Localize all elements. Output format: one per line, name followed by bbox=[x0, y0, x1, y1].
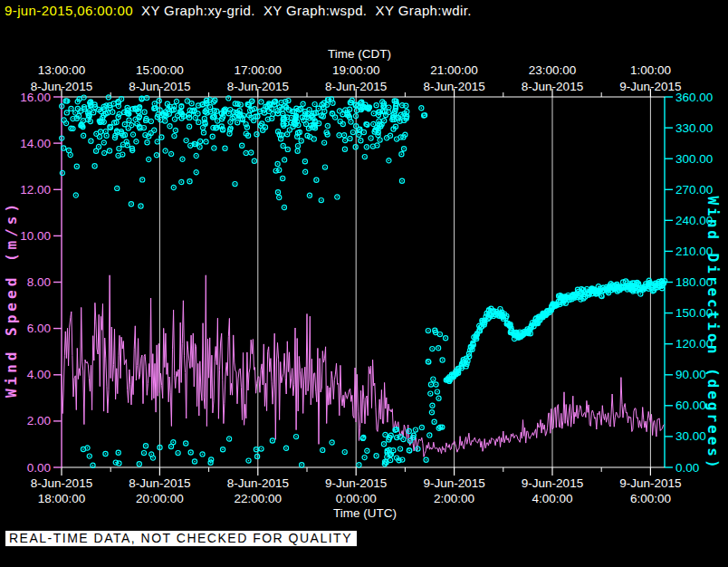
right-tick-label: 360.00 bbox=[675, 91, 713, 104]
bottom-tick-time: 2:00:00 bbox=[434, 492, 474, 505]
top-tick-time: 1:00:00 bbox=[630, 63, 671, 77]
right-tick-label: 0.00 bbox=[675, 461, 699, 475]
left-tick-label: 4.00 bbox=[27, 368, 51, 381]
left-tick-label: 10.00 bbox=[20, 229, 51, 243]
left-tick-label: 2.00 bbox=[27, 414, 51, 428]
titlebar-graph-list bbox=[133, 3, 141, 18]
bottom-tick-time: 20:00:00 bbox=[136, 492, 184, 505]
left-tick-label: 16.00 bbox=[20, 91, 51, 104]
plot-area[interactable] bbox=[62, 97, 665, 467]
bottom-tick-time: 4:00:00 bbox=[532, 492, 572, 505]
titlebar-graphs: XY Graph:xy-grid. XY Graph:wspd. XY Grap… bbox=[141, 3, 472, 18]
bottom-tick-date: 8-Jun-2015 bbox=[227, 476, 289, 490]
top-tick-time: 17:00:00 bbox=[235, 63, 283, 77]
top-tick-date: 8-Jun-2015 bbox=[423, 80, 484, 93]
bottom-tick-date: 9-Jun-2015 bbox=[423, 476, 484, 490]
top-tick-date: 8-Jun-2015 bbox=[227, 80, 289, 93]
top-tick-date: 8-Jun-2015 bbox=[129, 80, 190, 93]
left-tick-label: 0.00 bbox=[27, 461, 51, 475]
top-tick-time: 19:00:00 bbox=[332, 63, 380, 77]
bottom-tick-time: 6:00:00 bbox=[630, 492, 671, 505]
left-tick-label: 14.00 bbox=[20, 137, 51, 150]
top-tick-time: 23:00:00 bbox=[529, 63, 577, 77]
right-tick-label: 300.00 bbox=[675, 152, 713, 166]
app-window: 9-jun-2015,06:00:00 XY Graph:xy-grid. XY… bbox=[0, 0, 728, 567]
x-axis-top-title: Time (CDT) bbox=[328, 47, 391, 61]
quality-banner: REAL-TIME DATA, NOT CHECKED FOR QUALITY bbox=[5, 531, 357, 546]
xy-graph: 13:00:008-Jun-20158-Jun-201518:00:0015:0… bbox=[0, 0, 728, 567]
right-tick-label: 270.00 bbox=[675, 183, 713, 197]
left-tick-label: 12.00 bbox=[20, 183, 51, 197]
x-axis-bottom-title: Time (UTC) bbox=[333, 506, 397, 520]
titlebar-datetime: 9-jun-2015,06:00:00 bbox=[5, 3, 133, 18]
y-axis-right-title: Wind Direction (degrees) bbox=[704, 196, 722, 470]
bottom-tick-date: 9-Jun-2015 bbox=[325, 476, 387, 490]
right-tick-label: 330.00 bbox=[675, 121, 713, 135]
top-tick-time: 21:00:00 bbox=[430, 63, 478, 77]
bottom-tick-time: 18:00:00 bbox=[38, 492, 86, 505]
right-tick-label: 90.00 bbox=[675, 368, 706, 381]
titlebar: 9-jun-2015,06:00:00 XY Graph:xy-grid. XY… bbox=[5, 2, 472, 20]
top-tick-date: 8-Jun-2015 bbox=[325, 80, 387, 93]
top-tick-time: 15:00:00 bbox=[136, 63, 184, 77]
bottom-tick-date: 9-Jun-2015 bbox=[619, 476, 681, 490]
bottom-tick-time: 22:00:00 bbox=[235, 492, 283, 505]
y-axis-left-title: Wind Speed (m/s) bbox=[3, 200, 20, 398]
left-tick-label: 6.00 bbox=[27, 322, 51, 335]
right-tick-label: 60.00 bbox=[675, 399, 706, 412]
bottom-tick-time: 0:00:00 bbox=[336, 492, 377, 505]
bottom-tick-date: 8-Jun-2015 bbox=[129, 476, 190, 490]
bottom-tick-date: 8-Jun-2015 bbox=[31, 476, 92, 490]
bottom-tick-date: 9-Jun-2015 bbox=[522, 476, 583, 490]
left-tick-label: 8.00 bbox=[27, 275, 51, 289]
right-tick-label: 30.00 bbox=[675, 429, 706, 443]
top-tick-date: 8-Jun-2015 bbox=[522, 80, 583, 93]
top-tick-date: 9-Jun-2015 bbox=[619, 80, 681, 93]
top-tick-time: 13:00:00 bbox=[38, 63, 86, 77]
quality-banner-text: REAL-TIME DATA, NOT CHECKED FOR QUALITY bbox=[9, 531, 352, 545]
